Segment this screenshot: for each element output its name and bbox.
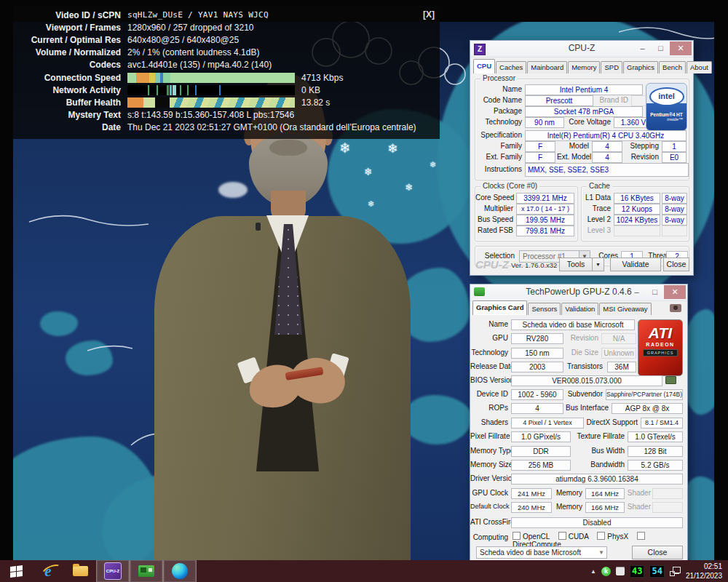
cpu-stepping-field: 1 <box>662 141 687 152</box>
trace-assoc-field: 8-way <box>662 204 687 215</box>
gpu-selection-dropdown[interactable]: Scheda video di base Microsoft ▼ <box>476 546 607 559</box>
opencl-checkbox[interactable] <box>513 532 521 540</box>
physx-checkbox[interactable] <box>597 532 605 540</box>
gpu-memorysize-field: 256 MB <box>511 460 571 471</box>
stat-value: 0 KB <box>301 85 320 95</box>
cloud-puff <box>290 149 323 168</box>
close-button[interactable]: ✕ <box>664 285 686 299</box>
tab-sensors[interactable]: Sensors <box>528 303 561 315</box>
gpu-memorytype-field: DDR <box>511 446 571 457</box>
show-hidden-icons-button[interactable]: ▲ <box>590 568 596 575</box>
start-button[interactable] <box>0 560 32 582</box>
gpuz-close-button[interactable]: Close <box>632 546 683 559</box>
stats-for-nerds-overlay: [X] Video ID / sCPNsqHLZw_DUsE / YAV1 NA… <box>13 6 440 139</box>
cuda-checkbox[interactable] <box>558 532 566 540</box>
cache-groupbox: Cache L1 Data 16 KBytes 8-way Trace 12 K… <box>581 186 689 242</box>
taskbar-cpuz[interactable]: CPU-Z <box>96 560 130 582</box>
directcompute-checkbox[interactable] <box>637 532 645 540</box>
minimize-button[interactable]: – <box>633 41 652 55</box>
taskbar-edge[interactable] <box>163 560 197 582</box>
physx-label: PhysX <box>607 533 628 541</box>
tab-graphics[interactable]: Graphics <box>623 61 658 73</box>
network-icon[interactable] <box>670 567 681 576</box>
stats-close-button[interactable]: [X] <box>423 9 435 20</box>
gpu-clock-field: 241 MHz <box>511 488 552 499</box>
taskbar-file-explorer[interactable] <box>64 560 96 582</box>
cpu-package-field: Socket 478 mPGA <box>525 106 643 117</box>
screenshot-camera-icon[interactable] <box>670 304 681 312</box>
gpu-directx-field: 8.1 / SM1.4 <box>641 418 683 428</box>
stat-value: 4713 Kbps <box>301 73 343 83</box>
close-button[interactable]: ✕ <box>670 41 692 55</box>
cpu-extmodel-field: 4 <box>592 152 622 163</box>
snowflake-icon: ❄ <box>405 182 413 193</box>
gpu-pixelfillrate-field: 1.0 GPixel/s <box>511 431 571 442</box>
gpuz-window: TechPowerUp GPU-Z 0.4.6 – □ ✕ Graphics C… <box>470 284 688 565</box>
taskbar: e CPU-Z ▲ k 43 54 02:51 21/12/2023 <box>0 560 728 582</box>
bios-chip-icon[interactable] <box>665 376 676 384</box>
system-tray: ▲ k 43 54 02:51 21/12/2023 <box>590 562 728 581</box>
gpu-crossfire-field: Disabled <box>511 517 683 528</box>
validate-button[interactable]: Validate <box>610 258 661 271</box>
tab-graphics-card[interactable]: Graphics Card <box>472 300 527 315</box>
tab-cpu[interactable]: CPU <box>473 59 495 73</box>
gpu-diesize-field: Unknown <box>601 348 636 359</box>
gpuz-titlebar[interactable]: TechPowerUp GPU-Z 0.4.6 – □ ✕ <box>470 284 687 301</box>
multiplier-field: x 17.0 ( 14 - 17 ) <box>516 204 574 215</box>
maximize-button[interactable]: □ <box>646 285 664 299</box>
trace-field: 12 Kuops <box>614 204 660 215</box>
clock-time: 02:51 <box>686 562 722 571</box>
minimize-button[interactable]: – <box>628 285 646 299</box>
desktop-screen: ❄ ❄ ❄ ❄ ❄ ❄ [X] Video ID / <box>0 0 728 582</box>
tray-icon-k[interactable]: k <box>601 567 611 576</box>
core-speed-field: 3399.21 MHz <box>516 193 574 204</box>
tools-button[interactable]: Tools <box>559 258 593 271</box>
tab-about[interactable]: About <box>687 61 712 73</box>
tab-msi-giveaway[interactable]: MSI Giveaway <box>599 303 651 315</box>
cpu-technology-field: 90 nm <box>525 117 564 128</box>
cpu-model-field: 4 <box>592 141 622 152</box>
taskbar-internet-explorer[interactable]: e <box>32 560 64 582</box>
cpu-extfamily-field: F <box>525 152 555 163</box>
l1-data-field: 16 KBytes <box>614 193 660 204</box>
gpu-name-field: Scheda video di base Microsoft <box>511 319 635 330</box>
clock-date: 21/12/2023 <box>686 571 722 581</box>
maximize-button[interactable]: □ <box>652 41 670 55</box>
cpuz-titlebar[interactable]: Z CPU-Z – □ ✕ <box>470 41 693 57</box>
gpu-shaders-field: 4 Pixel / 1 Vertex <box>511 418 584 428</box>
stat-value: 1280x960 / 257 dropped of 3210 <box>127 23 253 33</box>
gpu-defaultclock-field: 240 MHz <box>511 502 552 513</box>
opencl-label: OpenCL <box>523 533 550 541</box>
stat-value: avc1.4d401e (135) / mp4a.40.2 (140) <box>127 60 272 70</box>
edge-icon <box>172 563 188 579</box>
chevron-down-icon: ▼ <box>596 547 606 558</box>
cpuz-tab-bar: CPU Caches Mainboard Memory SPD Graphics… <box>473 60 713 73</box>
gpu-temp-monitor[interactable]: 54 <box>649 565 664 578</box>
tab-caches[interactable]: Caches <box>496 61 526 73</box>
gpu-buswidth-field: 128 Bit <box>628 446 683 457</box>
taskbar-gpuz[interactable] <box>130 560 163 582</box>
tab-validation[interactable]: Validation <box>561 303 598 315</box>
connection-speed-graph <box>127 73 295 83</box>
stat-value: sqHLZw_DUsE / YAV1 NAYS WJCQ <box>127 10 269 20</box>
l2-field: 1024 KBytes <box>614 215 660 226</box>
tray-icon-usb[interactable] <box>616 567 625 575</box>
tab-bench[interactable]: Bench <box>659 61 686 73</box>
snowflake-icon: ❄ <box>339 140 351 156</box>
gpu-shaderclock-field <box>652 488 683 499</box>
tools-dropdown-arrow[interactable]: ▼ <box>592 258 604 271</box>
taskbar-clock[interactable]: 02:51 21/12/2023 <box>686 562 722 581</box>
gpu-texturefillrate-field: 1.0 GTexel/s <box>628 431 683 442</box>
cpuz-close-button[interactable]: Close <box>663 258 689 271</box>
stat-value: 640x480@25 / 640x480@25 <box>127 35 239 45</box>
stat-label: Volume / Normalized <box>15 47 121 57</box>
stat-value: 2% / 1% (content loudness 4.1dB) <box>127 47 259 57</box>
tab-mainboard[interactable]: Mainboard <box>527 61 567 73</box>
cpu-temp-monitor[interactable]: 43 <box>630 565 644 578</box>
snowflake-icon: ❄ <box>364 166 373 178</box>
tab-memory[interactable]: Memory <box>568 61 600 73</box>
internet-explorer-icon: e <box>44 562 51 581</box>
gpu-bios-field: VER008.015.073.000 <box>511 375 662 386</box>
gpu-defaultmemclock-field: 166 MHz <box>585 502 625 513</box>
tab-spd[interactable]: SPD <box>601 61 622 73</box>
